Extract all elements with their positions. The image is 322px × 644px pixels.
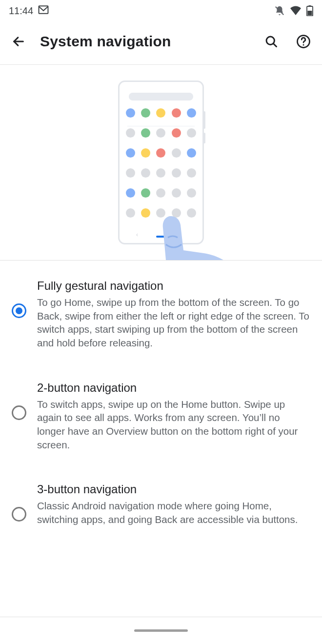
- illustration-phone: ‹: [118, 80, 204, 244]
- navigation-options: Fully gestural navigation To go Home, sw…: [0, 261, 322, 539]
- battery-icon: [306, 5, 313, 16]
- gesture-handle-icon: [134, 629, 188, 632]
- option-title: Fully gestural navigation: [37, 279, 310, 293]
- wifi-icon: [290, 6, 302, 16]
- option-desc: Classic Android navigation mode where go…: [37, 499, 310, 526]
- search-button[interactable]: [261, 31, 282, 52]
- option-title: 3-button navigation: [37, 483, 310, 496]
- option-3-button[interactable]: 3-button navigation Classic Android navi…: [0, 464, 322, 539]
- status-left: 11:44: [9, 5, 49, 17]
- option-fully-gestural[interactable]: Fully gestural navigation To go Home, sw…: [0, 261, 322, 362]
- svg-rect-3: [309, 5, 311, 7]
- svg-rect-4: [308, 11, 312, 16]
- navigation-illustration: ‹: [0, 65, 322, 260]
- help-button[interactable]: [293, 31, 314, 52]
- status-bar: 11:44: [0, 0, 322, 21]
- option-body: 3-button navigation Classic Android navi…: [37, 483, 310, 526]
- app-bar: System navigation: [0, 21, 322, 61]
- back-button[interactable]: [8, 31, 29, 52]
- radio-unselected-icon: [12, 507, 26, 522]
- system-gesture-bar[interactable]: [0, 617, 322, 644]
- option-desc: To switch apps, swipe up on the Home but…: [37, 398, 310, 452]
- option-title: 2-button navigation: [37, 381, 310, 395]
- status-time: 11:44: [9, 5, 33, 17]
- option-2-button[interactable]: 2-button navigation To switch apps, swip…: [0, 362, 322, 464]
- option-body: 2-button navigation To switch apps, swip…: [37, 381, 310, 452]
- radio-selected-icon: [12, 303, 26, 318]
- status-right: [274, 5, 313, 16]
- radio-unselected-icon: [12, 405, 26, 420]
- option-body: Fully gestural navigation To go Home, sw…: [37, 279, 310, 350]
- mail-icon: [38, 5, 49, 17]
- dnd-off-icon: [274, 5, 285, 16]
- page-title: System navigation: [40, 33, 250, 50]
- option-desc: To go Home, swipe up from the bottom of …: [37, 296, 310, 350]
- svg-line-7: [273, 43, 276, 46]
- svg-point-9: [303, 44, 304, 45]
